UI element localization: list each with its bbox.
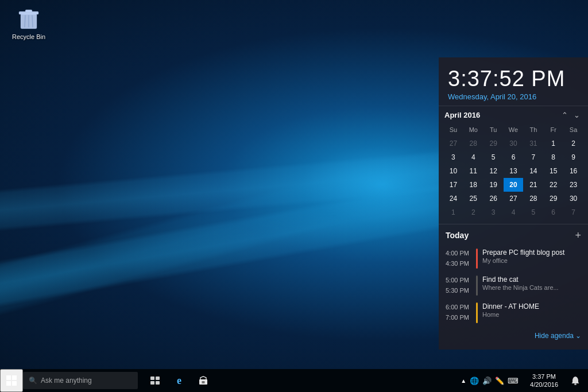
calendar-cell[interactable]: 9 (563, 150, 583, 164)
calendar-cell[interactable]: 26 (483, 192, 504, 205)
notification-btn[interactable] (565, 369, 586, 392)
search-icon: 🔍 (29, 377, 37, 385)
calendar-cell[interactable]: 2 (563, 137, 583, 150)
calendar-grid: SuMoTuWeThFrSa 2728293031123456789101112… (439, 124, 588, 224)
calendar-cell[interactable]: 28 (523, 192, 543, 205)
calendar-cell[interactable]: 30 (563, 192, 583, 205)
store-btn[interactable] (192, 369, 215, 392)
agenda-hide-btn[interactable]: Hide agenda ⌄ (535, 332, 581, 340)
calendar-cell[interactable]: 3 (443, 150, 463, 164)
taskbar-search[interactable]: 🔍 Ask me anything (23, 372, 138, 389)
calendar-cell[interactable]: 4 (504, 205, 524, 219)
calendar-cell[interactable]: 23 (563, 178, 583, 192)
start-button[interactable] (0, 369, 23, 392)
agenda-event[interactable]: 5:00 PM 5:30 PM Find the cat Where the N… (439, 272, 588, 299)
clock-time: 3:37:52 PM (448, 67, 579, 91)
agenda-events-container: 4:00 PM 4:30 PM Prepare PC flight blog p… (439, 245, 588, 327)
calendar-nav: ⌃ ⌄ (559, 110, 582, 121)
taskbar-app-icons: e (144, 369, 215, 392)
agenda-event-location: My office (482, 257, 581, 264)
calendar-cell[interactable]: 6 (543, 205, 563, 219)
calendar-cell[interactable]: 31 (523, 137, 543, 150)
calendar-weeks: 2728293031123456789101112131415161718192… (443, 137, 583, 219)
calendar-day-name: Th (523, 124, 543, 135)
calendar-cell[interactable]: 16 (563, 164, 583, 178)
svg-rect-10 (150, 377, 154, 380)
calendar-week-row: 272829303112 (443, 137, 583, 150)
agenda-event-info: Prepare PC flight blog post My office (482, 249, 581, 269)
calendar-cell[interactable]: 15 (543, 164, 563, 178)
network-icon[interactable]: 🌐 (470, 377, 479, 385)
svg-rect-2 (25, 10, 32, 12)
calendar-week-row: 24252627282930 (443, 192, 583, 205)
calendar-cell[interactable]: 7 (563, 205, 583, 219)
pen-icon[interactable]: ✏️ (495, 377, 504, 385)
agenda-footer: Hide agenda ⌄ (439, 327, 588, 344)
keyboard-icon[interactable]: ⌨ (508, 377, 519, 385)
agenda-header: Today + (439, 230, 588, 245)
task-view-icon (150, 377, 160, 385)
calendar-cell[interactable]: 22 (543, 178, 563, 192)
speaker-icon[interactable]: 🔊 (482, 377, 492, 385)
taskbar-clock-time: 3:37 PM (532, 372, 556, 381)
search-placeholder: Ask me anything (41, 377, 92, 385)
calendar-cell[interactable]: 7 (523, 150, 543, 164)
calendar-cell[interactable]: 13 (504, 164, 524, 178)
clock-date: Wednesday, April 20, 2016 (448, 92, 579, 101)
recycle-bin[interactable]: Recycle Bin (9, 6, 49, 40)
task-view-btn[interactable] (144, 369, 167, 392)
calendar-panel: 3:37:52 PM Wednesday, April 20, 2016 Apr… (439, 57, 588, 350)
agenda-event[interactable]: 4:00 PM 4:30 PM Prepare PC flight blog p… (439, 245, 588, 272)
calendar-cell[interactable]: 1 (443, 205, 463, 219)
calendar-cell[interactable]: 14 (523, 164, 543, 178)
taskbar-right: ▲ 🌐 🔊 ✏️ ⌨ 3:37 PM 4/20/2016 (456, 369, 588, 392)
calendar-cell[interactable]: 29 (483, 137, 504, 150)
chevron-up-icon[interactable]: ▲ (461, 378, 466, 384)
calendar-cell[interactable]: 3 (483, 205, 504, 219)
calendar-cell[interactable]: 20 (504, 178, 524, 192)
calendar-cell[interactable]: 10 (443, 164, 463, 178)
calendar-cell[interactable]: 12 (483, 164, 504, 178)
calendar-month-label: April 2016 (444, 111, 559, 119)
calendar-week-row: 10111213141516 (443, 164, 583, 178)
calendar-cell[interactable]: 18 (463, 178, 483, 192)
svg-rect-7 (12, 375, 17, 380)
store-icon (199, 376, 208, 385)
svg-rect-9 (12, 381, 17, 386)
notification-icon (571, 376, 579, 385)
edge-btn[interactable]: e (168, 369, 191, 392)
taskbar-clock[interactable]: 3:37 PM 4/20/2016 (525, 372, 563, 389)
calendar-days-header: SuMoTuWeThFrSa (443, 124, 583, 135)
clock-section: 3:37:52 PM Wednesday, April 20, 2016 (439, 57, 588, 106)
agenda-add-btn[interactable]: + (575, 230, 581, 240)
calendar-cell[interactable]: 17 (443, 178, 463, 192)
svg-rect-15 (202, 381, 205, 383)
calendar-cell[interactable]: 5 (483, 150, 504, 164)
agenda-event-color-bar (476, 302, 478, 323)
calendar-cell[interactable]: 24 (443, 192, 463, 205)
calendar-cell[interactable]: 5 (523, 205, 543, 219)
calendar-cell[interactable]: 21 (523, 178, 543, 192)
calendar-cell[interactable]: 28 (463, 137, 483, 150)
calendar-cell[interactable]: 1 (543, 137, 563, 150)
agenda-event-location: Where the Ninja Cats are... (482, 284, 581, 291)
calendar-cell[interactable]: 8 (543, 150, 563, 164)
calendar-cell[interactable]: 27 (443, 137, 463, 150)
calendar-next-btn[interactable]: ⌄ (571, 110, 582, 121)
agenda-event-time: 6:00 PM 7:00 PM (446, 302, 471, 323)
svg-point-16 (574, 383, 577, 385)
calendar-cell[interactable]: 6 (504, 150, 524, 164)
calendar-cell[interactable]: 2 (463, 205, 483, 219)
agenda-event[interactable]: 6:00 PM 7:00 PM Dinner - AT HOME Home (439, 299, 588, 326)
calendar-cell[interactable]: 29 (543, 192, 563, 205)
calendar-cell[interactable]: 27 (504, 192, 524, 205)
calendar-cell[interactable]: 19 (483, 178, 504, 192)
recycle-bin-label: Recycle Bin (12, 33, 45, 40)
calendar-week-row: 3456789 (443, 150, 583, 164)
calendar-cell[interactable]: 11 (463, 164, 483, 178)
calendar-prev-btn[interactable]: ⌃ (559, 110, 570, 121)
calendar-cell[interactable]: 4 (463, 150, 483, 164)
calendar-cell[interactable]: 30 (504, 137, 524, 150)
calendar-cell[interactable]: 25 (463, 192, 483, 205)
calendar-header: April 2016 ⌃ ⌄ (439, 106, 588, 124)
